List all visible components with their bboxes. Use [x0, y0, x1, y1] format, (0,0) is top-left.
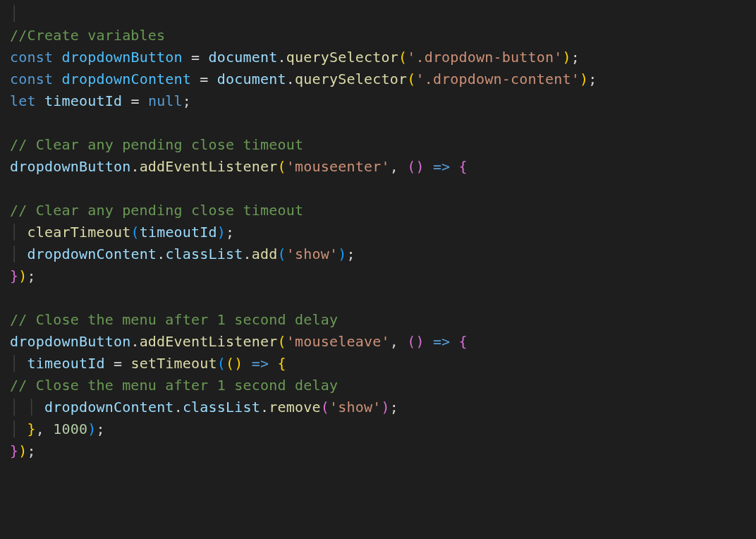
paren-close: ) [580, 71, 588, 87]
indent-guide: │ [10, 399, 18, 416]
paren-close: ) [217, 224, 226, 241]
code-editor[interactable]: │ //Create variables const dropdownButto… [0, 0, 756, 472]
string: '.dropdown-button' [407, 49, 562, 66]
paren-open: ( [217, 355, 226, 372]
prop-classList: classList [165, 246, 243, 262]
fn-remove: remove [269, 399, 320, 416]
op-semi: ; [346, 246, 355, 262]
op-dot: . [260, 399, 269, 416]
brace-close: } [10, 442, 18, 459]
fn-querySelector: querySelector [295, 71, 407, 87]
op-arrow: => [433, 158, 450, 175]
var-dropdownButton: dropdownButton [10, 333, 130, 350]
fn-setTimeout: setTimeout [130, 355, 217, 372]
paren-open: ( [321, 399, 329, 416]
indent-guide: │ [10, 246, 18, 262]
paren-open: ( [407, 158, 415, 175]
var-dropdownContent: dropdownContent [44, 399, 174, 416]
paren-open: ( [277, 333, 286, 350]
keyword-const: const [10, 71, 53, 87]
paren-open: ( [407, 333, 415, 350]
paren-open: ( [226, 355, 234, 372]
op-semi: ; [571, 49, 580, 66]
op-semi: ; [183, 92, 191, 109]
var-dropdownButton: dropdownButton [61, 49, 182, 66]
var-dropdownContent: dropdownContent [28, 246, 157, 262]
var-dropdownContent: dropdownContent [61, 71, 191, 87]
keyword-const: const [10, 49, 53, 66]
indent-guide: │ [10, 224, 18, 241]
paren-open: ( [277, 158, 286, 175]
op-arrow: => [433, 333, 450, 350]
op-eq: = [191, 71, 217, 87]
string: 'mouseenter' [286, 158, 390, 175]
obj-document: document [209, 49, 278, 66]
comment: // Clear any pending close timeout [10, 136, 303, 153]
op-arrow: => [252, 355, 269, 372]
fn-clearTimeout: clearTimeout [28, 224, 131, 241]
paren-open: ( [130, 224, 139, 241]
paren-close: ) [18, 267, 27, 284]
string: 'show' [286, 246, 338, 262]
op-dot: . [286, 71, 295, 87]
fn-querySelector: querySelector [286, 49, 398, 66]
op-dot: . [130, 333, 139, 350]
op-semi: ; [96, 420, 104, 437]
brace-close: } [28, 420, 36, 437]
prop-classList: classList [183, 399, 260, 416]
paren-open: ( [407, 71, 415, 87]
indent-guide: │ [10, 355, 18, 372]
literal-null: null [148, 92, 183, 109]
op-dot: . [174, 399, 183, 416]
op-comma: , [390, 158, 407, 175]
op-semi: ; [28, 267, 36, 284]
op-dot: . [278, 49, 286, 66]
op-semi: ; [226, 224, 234, 241]
op-eq: = [105, 355, 131, 372]
brace-close: } [10, 267, 18, 284]
op-eq: = [183, 49, 209, 66]
op-semi: ; [28, 442, 36, 459]
obj-document: document [217, 71, 286, 87]
op-dot: . [130, 158, 139, 175]
string: '.dropdown-content' [415, 71, 580, 87]
paren-close: ) [415, 158, 424, 175]
string: 'mouseleave' [286, 333, 390, 350]
brace-open: { [459, 333, 468, 350]
paren-close: ) [338, 246, 346, 262]
brace-open: { [278, 355, 286, 372]
paren-open: ( [278, 246, 286, 262]
op-comma: , [36, 420, 53, 437]
paren-close: ) [234, 355, 243, 372]
fn-addEventListener: addEventListener [140, 333, 278, 350]
paren-close: ) [381, 399, 389, 416]
comment: // Close the menu after 1 second delay [10, 311, 338, 328]
indent-guide: │ [28, 399, 36, 416]
op-dot: . [243, 246, 252, 262]
keyword-let: let [10, 92, 36, 109]
op-eq: = [122, 92, 148, 109]
indent-guide: │ [10, 5, 18, 22]
paren-close: ) [87, 420, 96, 437]
paren-close: ) [18, 442, 27, 459]
comment: // Close the menu after 1 second delay [10, 377, 338, 394]
var-timeoutId: timeoutId [44, 92, 122, 109]
indent-guide: │ [10, 420, 18, 437]
op-comma: , [390, 333, 407, 350]
var-timeoutId: timeoutId [140, 224, 217, 241]
brace-open: { [459, 158, 468, 175]
paren-open: ( [398, 49, 407, 66]
var-timeoutId: timeoutId [28, 355, 105, 372]
fn-addEventListener: addEventListener [140, 158, 278, 175]
op-semi: ; [588, 71, 597, 87]
paren-close: ) [415, 333, 424, 350]
fn-add: add [252, 246, 278, 262]
op-semi: ; [390, 399, 398, 416]
comment: // Clear any pending close timeout [10, 202, 303, 219]
number: 1000 [53, 420, 87, 437]
string: 'show' [329, 399, 381, 416]
paren-close: ) [563, 49, 571, 66]
var-dropdownButton: dropdownButton [10, 158, 130, 175]
op-dot: . [157, 246, 165, 262]
comment: //Create variables [10, 27, 165, 44]
